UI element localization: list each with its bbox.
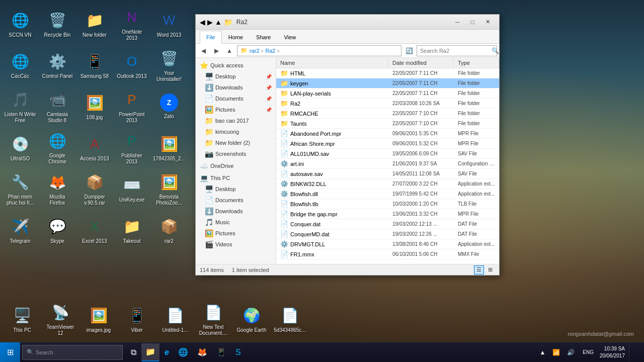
desktop-icon-ultraiso[interactable]: 💿 UltraISO (2, 128, 38, 168)
address-path[interactable]: 📁 rar2 › Ra2 › (237, 45, 401, 56)
ribbon-tab-share[interactable]: Share (250, 31, 277, 43)
desktop-icon-samsung[interactable]: 📱 Samsung 58 (76, 45, 113, 85)
sidebar-item-screenshots[interactable]: 📷 Screenshots (201, 148, 276, 159)
taskbar-item-fileexplorer[interactable]: 📁 (141, 343, 159, 361)
file-row-all01umd[interactable]: 📄 ALL01UMD.sav 19/05/2006 6:09 CH SAV Fi… (276, 149, 499, 159)
show-desktop-button[interactable] (629, 342, 644, 363)
desktop-icon-publisher[interactable]: P Publisher 2013 (114, 128, 150, 168)
desktop-icon-phanmem[interactable]: 🔧 Phan mem phuc hoi fi... (2, 169, 38, 209)
tray-language[interactable]: ENG (581, 349, 596, 355)
tray-volume-icon[interactable]: 🔊 (565, 348, 577, 357)
sidebar-header-quick-access[interactable]: ⭐ Quick access (196, 60, 276, 71)
view-tiles-button[interactable]: ⊞ (485, 265, 495, 275)
sidebar-item-desktop[interactable]: 🖥️ Desktop 📌 (201, 71, 276, 82)
taskbar-item-firefox-tray[interactable]: 🦊 (193, 343, 211, 361)
search-box[interactable]: 🔍 (417, 45, 497, 56)
taskbar-item-viber-tray[interactable]: 📱 (212, 343, 230, 361)
file-row-autosave[interactable]: 📄 autosave.sav 14/05/2011 12:08 SA SAV F… (276, 169, 499, 179)
desktop-icon-googleearth[interactable]: 🌍 Google Earth (233, 299, 270, 340)
sidebar-item-baocao2017[interactable]: 📁 bao cao 2017 (201, 115, 276, 126)
desktop-icon-new-folder[interactable]: 📁 New folder (76, 4, 113, 44)
minimize-button[interactable]: ─ (450, 17, 465, 27)
file-row-keygen[interactable]: 📁 keygen 22/05/2007 7:11 CH File folder (276, 78, 499, 88)
desktop-icon-imagesjpg[interactable]: 🖼️ images.jpg (80, 299, 117, 340)
desktop-icon-5d[interactable]: 📄 5d3434865c... (272, 299, 308, 340)
close-button[interactable]: ✕ (480, 17, 495, 27)
sidebar-item-desktop-pc[interactable]: 🖥️ Desktop (201, 184, 276, 195)
up-button[interactable]: ▲ (224, 45, 235, 56)
desktop-icon-outlook[interactable]: O Outlook 2013 (114, 45, 150, 85)
sidebar-item-pictures[interactable]: 🖼️ Pictures 📌 (201, 104, 276, 115)
desktop-icon-skype[interactable]: 💬 Skype (39, 210, 75, 250)
maximize-button[interactable]: □ (465, 17, 480, 27)
sidebar-item-onedrive[interactable]: ☁️ OneDrive (196, 160, 276, 171)
desktop-icon-firefox[interactable]: 🦊 Mozilla Firefox (39, 169, 75, 209)
file-row-conquermddat[interactable]: 📄 ConquerMD.dat 19/03/2002 12:26 ... DAT… (276, 229, 499, 239)
address-path-ra2[interactable]: Ra2 (265, 48, 275, 54)
desktop-icon-zalo[interactable]: Z Zalo (151, 86, 187, 127)
file-row-lan[interactable]: 📁 LAN-play-serials 22/05/2007 7:11 CH Fi… (276, 88, 499, 99)
desktop-icon-viber-bottom[interactable]: 📱 Viber (119, 299, 155, 340)
desktop-icon-rar2[interactable]: 📦 rar2 (151, 210, 187, 250)
back-button[interactable]: ◀ (198, 45, 209, 56)
desktop-icon-newtextdoc[interactable]: 📄 New Text Document.... (195, 299, 231, 340)
desktop-icon-sccnvn[interactable]: 🌐 SCCN.VN (2, 4, 38, 44)
tray-arrow-icon[interactable]: ▲ (537, 348, 547, 357)
sidebar-item-kimcuong[interactable]: 📁 kimcuong (201, 126, 276, 137)
column-name[interactable]: Name (276, 58, 388, 68)
desktop-icon-word[interactable]: W Word 2013 (151, 4, 187, 44)
file-row-fr1mmx[interactable]: 📄 FR1.mmx 06/10/2001 5:06 CH MMX File (276, 249, 499, 259)
desktop-icon-dumpper[interactable]: 📦 Dumpper v.90.5.rar (76, 169, 113, 209)
desktop-icon-telegram[interactable]: ✈️ Telegram (2, 210, 38, 250)
sidebar-item-downloads-pc[interactable]: ⬇️ Downloads (201, 206, 276, 217)
taskbar-item-skype-tray[interactable]: S (231, 343, 245, 361)
taskbar-clock[interactable]: 10:39 SA 20/06/2017 (596, 345, 629, 359)
sidebar-header-thispc[interactable]: 💻 This PC (196, 172, 276, 184)
desktop-icon-control-panel[interactable]: ⚙️ Control Panel (39, 45, 75, 85)
forward-button[interactable]: ▶ (211, 45, 222, 56)
view-details-button[interactable]: ☰ (474, 265, 484, 275)
taskbar-item-edge[interactable]: e (160, 343, 173, 361)
desktop-icon-uninstaller[interactable]: 🗑️ Your Uninstaller! (151, 45, 187, 85)
column-type[interactable]: Type (454, 58, 499, 68)
file-row-binkw32[interactable]: ⚙️ BINKW32.DLL 27/07/2000 3:22 CH Applic… (276, 179, 499, 189)
sidebar-item-documents[interactable]: 📄 Documents 📌 (201, 93, 276, 104)
desktop-icon-108jpg[interactable]: 🖼️ 108.jpg (76, 86, 113, 127)
desktop-icon-untitled1[interactable]: 📄 Untitled-1... (157, 299, 193, 340)
sidebar-item-videos[interactable]: 🎬 Videos (201, 239, 276, 250)
file-row-bridgegap[interactable]: 📄 Bridge the gap.mpr 13/06/2001 3:32 CH … (276, 209, 499, 219)
desktop-icon-listen[interactable]: 🎵 Listen N Write Free (2, 86, 38, 127)
ribbon-tab-file[interactable]: File (200, 31, 222, 44)
file-row-html[interactable]: 📁 HTML 22/05/2007 7:11 CH File folder (276, 68, 499, 78)
desktop-icon-unikey[interactable]: ⌨️ UniKey.exe (114, 169, 150, 209)
tray-network-icon[interactable]: 📶 (550, 348, 562, 357)
refresh-button[interactable]: 🔄 (404, 45, 415, 56)
desktop-icon-access2013[interactable]: A Access 2013 (76, 128, 113, 168)
file-row-abandonedport[interactable]: 📄 Abandoned Port.mpr 09/06/2001 5:35 CH … (276, 129, 499, 139)
taskbar-item-taskview[interactable]: ⧉ (127, 343, 140, 361)
desktop-icon-teamviewer[interactable]: 📡 TeamViewer 12 (42, 299, 78, 340)
file-row-taunts[interactable]: 📁 Taunts 22/05/2007 7:10 CH File folder (276, 119, 499, 129)
sidebar-item-documents-pc[interactable]: 📄 Documents (201, 195, 276, 206)
file-row-rmcache[interactable]: 📁 RMCACHE 22/05/2007 7:10 CH File folder (276, 109, 499, 119)
file-row-artini[interactable]: ⚙️ art.ini 21/06/2001 9:37 SA Configurat… (276, 159, 499, 169)
desktop-icon-ppt[interactable]: P PowerPoint 2013 (114, 86, 150, 127)
desktop-icon-recycle-bin[interactable]: 🗑️ Recycle Bin (39, 4, 75, 44)
desktop-icon-onenote[interactable]: N OneNote 2013 (114, 4, 150, 44)
file-row-drvmgt[interactable]: ⚙️ DRVMGT.DLL 13/08/2001 8:46 CH Applica… (276, 239, 499, 249)
desktop-icon-excel[interactable]: X Excel 2013 (76, 210, 113, 250)
address-path-rar2[interactable]: rar2 (250, 48, 260, 54)
taskbar-item-chrome-tray[interactable]: 🌐 (174, 343, 192, 361)
sidebar-item-downloads[interactable]: ⬇️ Downloads 📌 (201, 82, 276, 93)
desktop-icon-thispc-bottom[interactable]: 🖥️ This PC (4, 299, 40, 340)
file-row-ra2[interactable]: 📁 Ra2 22/03/2008 10:26 SA File folder (276, 99, 499, 109)
file-row-blowfishdll[interactable]: ⚙️ Blowfish.dll 19/07/1999 5:42 CH Appli… (276, 189, 499, 199)
column-date[interactable]: Date modified (388, 58, 454, 68)
desktop-icon-benvista[interactable]: 🖼️ Benvista PhotoZoo... (151, 169, 187, 209)
desktop-icon-camtasia[interactable]: 📹 Camtasia Studio 8 (39, 86, 75, 127)
desktop-icon-17842305[interactable]: 🖼️ 17842305_2... (151, 128, 187, 168)
file-row-conquerdat[interactable]: 📄 Conquer.dat 19/03/2002 12:13 ... DAT F… (276, 219, 499, 229)
file-row-africanshore[interactable]: 📄 African Shore.mpr 09/06/2001 5:32 CH M… (276, 139, 499, 149)
ribbon-tab-view[interactable]: View (277, 31, 302, 43)
sidebar-item-newfolder2[interactable]: 📁 New folder (2) (201, 137, 276, 148)
